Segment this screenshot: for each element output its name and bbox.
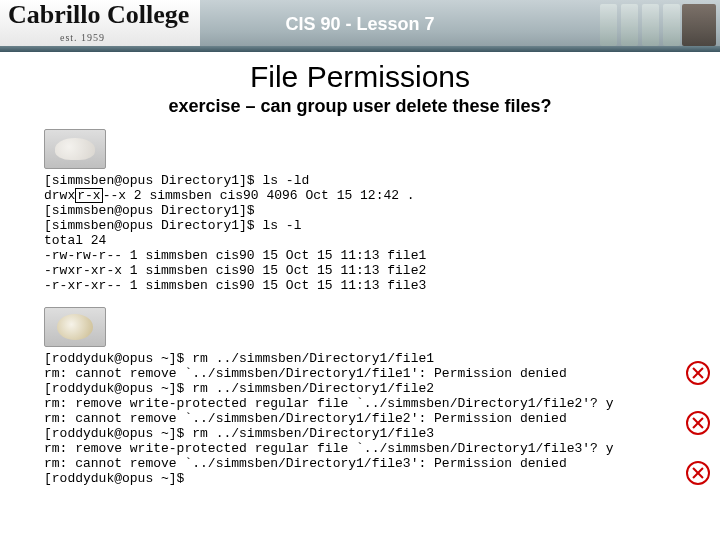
course-title: CIS 90 - Lesson 7	[0, 14, 720, 35]
avatar-roddyduk	[44, 307, 106, 347]
content: [simmsben@opus Directory1]$ ls -ld drwxr…	[0, 129, 720, 486]
terminal-roddyduk: [roddyduk@opus ~]$ rm ../simmsben/Direct…	[44, 351, 692, 486]
page-subtitle: exercise – can group user delete these f…	[0, 96, 720, 117]
page-title: File Permissions	[0, 60, 720, 94]
banner: Cabrillo College est. 1959 CIS 90 - Less…	[0, 0, 720, 52]
terminal-simmsben: [simmsben@opus Directory1]$ ls -ld drwxr…	[44, 173, 692, 293]
denied-icon	[686, 361, 710, 385]
denied-icon	[686, 411, 710, 435]
denied-icon	[686, 461, 710, 485]
denied-icons	[686, 361, 710, 485]
avatar-simmsben	[44, 129, 106, 169]
group-perms-box: r-x	[75, 188, 102, 203]
